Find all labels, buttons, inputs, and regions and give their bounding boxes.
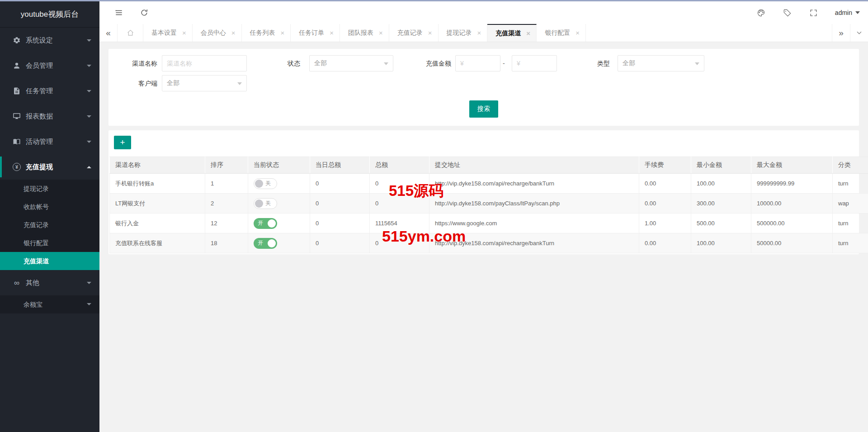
table-row: 手机银行转账a1关00http://vip.dyke158.com/api/re… (110, 174, 868, 194)
type-select[interactable]: 全部 (618, 55, 704, 71)
filter-panel: 渠道名称 状态 全部 充值金额 - 类型 全部 客户端 全部 搜索 (108, 49, 859, 126)
book-icon (12, 138, 22, 146)
amount-max-input[interactable] (512, 55, 557, 71)
table-cell: 手机银行转账a (110, 174, 205, 194)
tab-close-icon[interactable]: × (379, 29, 383, 37)
tab-close-icon[interactable]: × (576, 29, 580, 37)
tab-close-icon[interactable]: × (428, 29, 432, 37)
status-toggle[interactable]: 关 (254, 198, 277, 209)
sidebar-item-other[interactable]: ∞其他 (0, 270, 99, 295)
status-toggle[interactable]: 关 (254, 178, 277, 189)
sidebar-subitem-recharge-channels[interactable]: 充值渠道 (0, 252, 99, 270)
table-row: LT网银支付2关00http://vip.dyke158.com/payClas… (110, 194, 868, 214)
tab-close-icon[interactable]: × (477, 29, 481, 37)
sidebar-subitem-yuebao[interactable]: 余额宝 (0, 295, 99, 313)
sidebar: youtube视频后台 系统设定会员管理任务管理报表数据活动管理¥充值提现提现记… (0, 1, 99, 432)
caret-down-icon (855, 11, 860, 14)
tag-icon[interactable] (783, 8, 793, 18)
column-header: 当前状态 (248, 157, 310, 174)
tab-withdraw-records[interactable]: 提现记录× (439, 24, 488, 42)
caret-down-icon (87, 65, 91, 67)
user-menu[interactable]: admin (835, 9, 860, 16)
table-cell: 300.00 (691, 194, 751, 214)
search-button[interactable]: 搜索 (469, 100, 498, 118)
channel-name-input[interactable] (162, 55, 247, 71)
client-select-value: 全部 (167, 79, 179, 87)
sidebar-item-system-settings[interactable]: 系统设定 (0, 28, 99, 53)
tab-close-icon[interactable]: × (281, 29, 285, 37)
amount-separator: - (503, 55, 505, 71)
tab-bar: « 基本设置×会员中心×任务列表×任务订单×团队报表×充值记录×提现记录×充值渠… (99, 24, 868, 42)
type-select-value: 全部 (623, 59, 635, 67)
tab-member-center[interactable]: 会员中心× (193, 24, 242, 42)
table-cell: 0.00 (639, 174, 691, 194)
toggle-label: 开 (258, 239, 263, 247)
sidebar-item-label: 系统设定 (26, 36, 53, 45)
table-cell: 100.00 (691, 174, 751, 194)
table-cell: 0 (310, 194, 370, 214)
status-toggle[interactable]: 开 (254, 238, 277, 249)
sidebar-item-label: 会员管理 (26, 62, 53, 70)
tab-label: 提现记录 (447, 29, 472, 37)
tab-bank-config[interactable]: 银行配置× (537, 24, 586, 42)
table-cell: turn (833, 214, 868, 233)
tabs-menu-icon[interactable] (850, 24, 868, 42)
status-select-value: 全部 (314, 59, 327, 67)
tabs-scroll-right-icon[interactable]: » (832, 24, 850, 42)
tab-close-icon[interactable]: × (330, 29, 334, 37)
sidebar-subitem-collection-accounts[interactable]: 收款帐号 (0, 198, 99, 216)
tab-recharge-records[interactable]: 充值记录× (389, 24, 439, 42)
sidebar-item-recharge-withdraw[interactable]: ¥充值提现 (0, 154, 99, 180)
table-cell: 1.00 (639, 214, 691, 233)
toggle-label: 开 (258, 219, 263, 227)
sidebar-item-member-management[interactable]: 会员管理 (0, 53, 99, 78)
palette-icon[interactable] (756, 8, 766, 18)
gear-icon (12, 36, 22, 44)
table-panel: + 渠道名称排序当前状态当日总额总额提交地址手续费最小金额最大金额分类客户端管理… (108, 130, 859, 254)
sidebar-subitem-withdraw-records[interactable]: 提现记录 (0, 180, 99, 198)
hamburger-icon[interactable] (112, 6, 126, 19)
tab-close-icon[interactable]: × (526, 29, 530, 37)
status-label: 状态 (253, 55, 300, 71)
table-cell: http://vip.dyke158.com/api/recharge/bank… (429, 174, 639, 194)
table-cell: 100.00 (691, 233, 751, 253)
table-cell: 银行入金 (110, 214, 205, 233)
sidebar-item-label: 其他 (26, 279, 39, 287)
sidebar-item-task-management[interactable]: 任务管理 (0, 78, 99, 104)
column-header: 渠道名称 (110, 157, 205, 174)
table-cell: 1 (205, 174, 248, 194)
monitor-icon (12, 112, 22, 120)
table-row: 银行入金12开01115654https://www.google.com1.0… (110, 214, 868, 233)
tab-task-list[interactable]: 任务列表× (242, 24, 291, 42)
table-cell: 999999999.99 (751, 174, 833, 194)
tab-task-orders[interactable]: 任务订单× (291, 24, 340, 42)
column-header: 分类 (833, 157, 868, 174)
tab-basic-settings[interactable]: 基本设置× (143, 24, 193, 42)
home-tab[interactable] (118, 24, 143, 42)
tab-close-icon[interactable]: × (231, 29, 236, 37)
status-toggle[interactable]: 开 (254, 218, 277, 229)
tab-recharge-channels[interactable]: 充值渠道× (487, 24, 537, 42)
channel-name-label: 渠道名称 (108, 55, 157, 71)
type-label: 类型 (561, 55, 610, 71)
sidebar-item-activity-management[interactable]: 活动管理 (0, 129, 99, 154)
add-channel-button[interactable]: + (114, 136, 131, 149)
tab-team-report[interactable]: 团队报表× (340, 24, 389, 42)
toggle-label: 关 (265, 180, 271, 187)
table-cell: 18 (205, 233, 248, 253)
chevron-down-icon (695, 62, 699, 65)
toggle-knob (268, 219, 276, 228)
sidebar-subitem-bank-config[interactable]: 银行配置 (0, 234, 99, 252)
table-cell: 500.00 (691, 214, 751, 233)
sidebar-subitem-recharge-records[interactable]: 充值记录 (0, 216, 99, 234)
caret-down-icon (87, 141, 91, 143)
table-cell: http://vip.dyke158.com/payClass/ltPay/sc… (429, 194, 639, 214)
sidebar-item-report-data[interactable]: 报表数据 (0, 104, 99, 129)
tab-close-icon[interactable]: × (182, 29, 186, 37)
refresh-icon[interactable] (137, 6, 151, 19)
amount-min-input[interactable] (455, 55, 500, 71)
tabs-scroll-left-icon[interactable]: « (99, 24, 118, 42)
status-cell: 关 (248, 194, 310, 214)
client-select[interactable]: 全部 (162, 75, 247, 91)
fullscreen-icon[interactable] (809, 8, 819, 18)
